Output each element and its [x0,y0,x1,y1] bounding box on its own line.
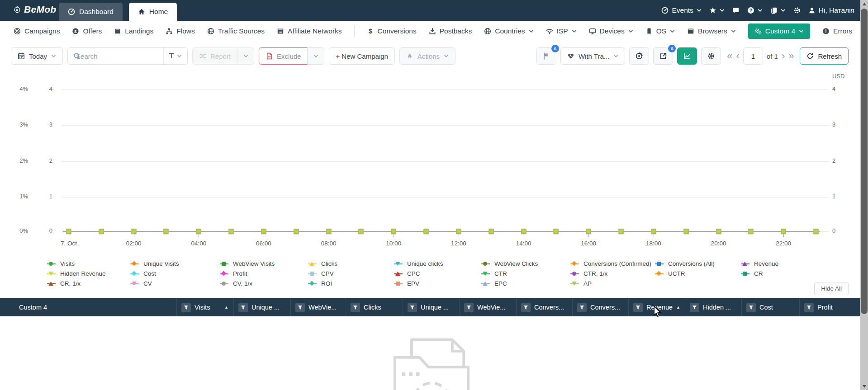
search-type-selector[interactable]: T [163,48,187,64]
column-header-visits[interactable]: Visits ▲ [177,298,234,316]
visibility-button[interactable] [629,47,649,65]
legend-item-cost[interactable]: Cost [130,270,220,277]
legend-item-unique-visits[interactable]: Unique Visits [130,260,220,267]
column-header-webvie[interactable]: WebVie... [460,298,517,316]
chart-toggle-button[interactable] [677,47,697,65]
column-header-unique[interactable]: Unique ... [234,298,291,316]
legend-item-cr[interactable]: CR [741,270,821,277]
last-page-button[interactable]: » [788,47,794,65]
legend-item-cpc[interactable]: CPC [394,270,481,277]
hide-all-button[interactable]: Hide All [814,282,849,295]
columns-settings-button[interactable] [701,47,721,65]
filter-funnel-icon[interactable] [746,303,756,312]
nav-item-affiliate-networks[interactable]: Affiliate Networks [277,27,342,35]
legend-item-ctr-1-x[interactable]: CTR, 1/x [570,270,655,277]
traffic-filter-button[interactable]: With Tra... [560,47,625,65]
legend-item-revenue[interactable]: Revenue [741,260,821,267]
nav-item-campaigns[interactable]: Campaigns [14,27,60,35]
events-menu[interactable]: Events [661,6,701,14]
report-button[interactable]: Report [192,47,237,65]
filter-funnel-icon[interactable] [633,303,643,312]
nav-item-errors[interactable]: Errors [822,27,852,35]
filter-funnel-icon[interactable] [408,303,417,312]
nav-item-traffic-sources[interactable]: Traffic Sources [207,27,265,35]
column-header-cost[interactable]: Cost [742,298,800,316]
tab-dashboard[interactable]: Dashboard [59,3,123,21]
nav-item-landings[interactable]: Landings [114,27,153,35]
actions-button[interactable]: Actions [399,47,455,65]
filter-funnel-icon[interactable] [238,303,248,312]
filter-funnel-icon[interactable] [464,303,474,312]
legend-item-conversions-confirmed[interactable]: Conversions (Confirmed) [570,260,655,267]
legend-item-unique-clicks[interactable]: Unique clicks [394,260,481,267]
bemob-logo[interactable]: BeMob [14,4,57,15]
filter-funnel-icon[interactable] [521,303,531,312]
nav-item-custom-4[interactable]: Custom 4 [748,23,810,39]
legend-item-hidden-revenue[interactable]: Hidden Revenue [47,270,130,277]
scroll-down-button[interactable] [860,382,868,390]
legend-item-epv[interactable]: EPV [394,280,481,287]
legend-item-cpv[interactable]: CPV [308,270,394,277]
legend-item-profit[interactable]: Profit [220,270,308,277]
filter-funnel-icon[interactable] [181,303,191,312]
exclude-button[interactable]: Exclude [259,47,308,65]
page-number-input[interactable] [743,47,763,65]
nav-item-browsers[interactable]: Browsers [687,27,736,35]
first-page-button[interactable]: « [727,47,732,65]
legend-item-cr-1-x[interactable]: CR, 1/x [47,280,130,287]
windows-menu[interactable] [770,7,786,14]
column-header-hidden[interactable]: Hidden ... [685,298,742,316]
search-input[interactable] [75,52,163,61]
date-range-button[interactable]: Today [11,47,63,65]
nav-item-offers[interactable]: $ Offers [72,27,102,35]
chat-button[interactable] [732,7,740,14]
legend-item-conversions-all[interactable]: Conversions (All) [655,260,741,267]
exclude-dropdown-button[interactable] [307,47,324,65]
legend-item-visits[interactable]: Visits [47,260,130,267]
nav-item-isp[interactable]: ISP [546,27,577,35]
new-campaign-button[interactable]: + New Campaign [329,47,394,65]
legend-item-ctr[interactable]: CTR [481,270,570,277]
column-header-webvie[interactable]: WebVie... [291,298,346,316]
legend-item-clicks[interactable]: Clicks [308,260,394,267]
tab-home[interactable]: Home [129,3,177,21]
legend-item-epc[interactable]: EPC [481,280,570,287]
nav-item-conversions[interactable]: $ Conversions [367,27,417,35]
nav-item-flows[interactable]: Flows [166,27,194,35]
nav-item-postbacks[interactable]: Postbacks [429,27,472,35]
scroll-up-button[interactable] [860,0,868,8]
refresh-button[interactable]: Refresh [800,47,849,65]
filter-funnel-icon[interactable] [351,303,360,312]
legend-item-cv[interactable]: CV [130,280,220,287]
scrollbar-thumb[interactable] [861,9,868,314]
column-header-clicks[interactable]: Clicks [346,298,403,316]
filter-funnel-icon[interactable] [690,303,699,312]
prev-page-button[interactable]: ‹ [736,47,740,65]
nav-item-os[interactable]: OS [645,27,675,35]
column-header-profit[interactable]: Profit [800,298,860,316]
legend-item-ap[interactable]: AP [570,280,655,287]
legend-item-webview-clicks[interactable]: WebView Clicks [481,260,570,267]
user-menu[interactable]: Hi, Наталія [808,6,854,14]
legend-item-webview-visits[interactable]: WebView Visits [220,260,308,267]
column-header-custom-4[interactable]: Custom 4 [0,298,177,316]
pagination: « ‹ of 1 › » [727,47,794,65]
column-header-unique[interactable]: Unique ... [403,298,460,316]
filter-funnel-icon[interactable] [804,303,814,312]
filter-funnel-icon[interactable] [577,303,587,312]
vertical-scrollbar[interactable] [860,0,868,390]
column-header-convers[interactable]: Convers... [573,298,629,316]
favorites-menu[interactable] [709,7,725,14]
legend-item-uctr[interactable]: UCTR [655,270,741,277]
column-header-convers[interactable]: Convers... [517,298,573,316]
help-menu[interactable]: ? [747,7,763,14]
legend-item-roi[interactable]: ROI [308,280,394,287]
column-header-revenue[interactable]: Revenue ▲ [629,298,685,316]
nav-item-countries[interactable]: Countries [484,27,533,35]
nav-item-devices[interactable]: Devices [589,27,633,35]
settings-button[interactable] [793,7,801,14]
next-page-button[interactable]: › [782,47,785,65]
legend-item-cv-1-x[interactable]: CV, 1/x [220,280,308,287]
filter-funnel-icon[interactable] [295,303,305,312]
report-dropdown-button[interactable] [237,47,254,65]
